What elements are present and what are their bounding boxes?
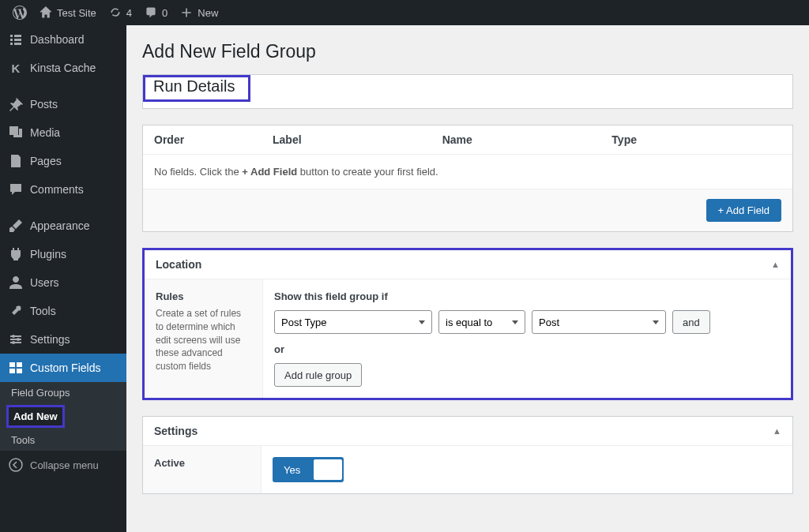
settings-header[interactable]: Settings ▲ <box>143 417 792 446</box>
collapse-icon <box>8 457 24 473</box>
menu-custom-fields[interactable]: Custom Fields <box>0 354 126 382</box>
comment-icon <box>8 182 24 197</box>
comments-count: 0 <box>162 7 167 19</box>
toggle-icon[interactable]: ▲ <box>773 426 781 436</box>
fields-table-footer: + Add Field <box>143 189 792 231</box>
brush-icon <box>8 218 24 234</box>
menu-label: Tools <box>30 305 56 317</box>
title-highlight-box <box>143 75 250 102</box>
collapse-menu[interactable]: Collapse menu <box>0 451 126 479</box>
menu-appearance[interactable]: Appearance <box>0 212 126 240</box>
settings-icon <box>8 332 24 347</box>
rules-label: Rules <box>156 290 251 302</box>
wrench-icon <box>8 303 24 319</box>
menu-settings[interactable]: Settings <box>0 325 126 354</box>
empty-prefix: No fields. Click the <box>154 166 242 178</box>
custom-fields-submenu: Field Groups Add New Tools <box>0 382 126 451</box>
rule-row: Post Type is equal to Post and <box>274 310 780 334</box>
fields-table-empty: No fields. Click the + Add Field button … <box>143 155 792 189</box>
rule-param-select[interactable]: Post Type <box>274 310 432 334</box>
menu-tools[interactable]: Tools <box>0 297 126 325</box>
and-button[interactable]: and <box>672 310 710 334</box>
show-if-label: Show this field group if <box>274 290 780 302</box>
svg-point-0 <box>12 335 15 338</box>
menu-label: Users <box>30 276 59 289</box>
group-title-input[interactable] <box>145 77 248 96</box>
menu-label: Settings <box>30 333 70 346</box>
empty-suffix: button to create your first field. <box>297 166 438 178</box>
menu-media[interactable]: Media <box>0 118 126 147</box>
admin-sidebar: Dashboard K Kinsta Cache Posts Media Pag… <box>0 25 126 532</box>
submenu-add-new[interactable]: Add New <box>6 405 65 428</box>
plus-icon <box>180 6 193 19</box>
site-name-link[interactable]: Test Site <box>33 0 103 25</box>
menu-label: Posts <box>30 98 58 111</box>
collapse-label: Collapse menu <box>30 459 99 471</box>
svg-point-2 <box>12 341 15 344</box>
menu-dashboard[interactable]: Dashboard <box>0 25 126 54</box>
location-label-col: Rules Create a set of rules to determine… <box>145 279 263 398</box>
submenu-field-groups[interactable]: Field Groups <box>0 382 126 403</box>
title-input-row <box>142 74 793 109</box>
page-title: Add New Field Group <box>142 41 793 62</box>
col-type: Type <box>611 133 781 146</box>
menu-label: Media <box>30 126 60 139</box>
kinsta-icon: K <box>8 60 24 76</box>
main-content: Add New Field Group Order Label Name Typ… <box>126 25 809 532</box>
plugin-icon <box>8 246 24 262</box>
custom-fields-icon <box>8 360 24 376</box>
media-icon <box>8 125 24 140</box>
submenu-tools[interactable]: Tools <box>0 429 126 451</box>
or-text: or <box>274 343 780 355</box>
settings-heading: Settings <box>154 425 198 437</box>
col-order: Order <box>154 133 273 146</box>
menu-label: Plugins <box>30 248 66 260</box>
add-field-button[interactable]: + Add Field <box>706 199 781 222</box>
fields-table-header: Order Label Name Type <box>143 126 792 155</box>
menu-comments[interactable]: Comments <box>0 175 126 204</box>
updates-link[interactable]: 4 <box>103 0 138 25</box>
active-toggle[interactable]: Yes <box>273 457 344 482</box>
pin-icon <box>8 96 24 112</box>
location-heading: Location <box>156 258 201 271</box>
location-postbox: Location ▲ Rules Create a set of rules t… <box>142 248 793 400</box>
menu-plugins[interactable]: Plugins <box>0 240 126 268</box>
user-icon <box>8 275 24 290</box>
toggle-value: Yes <box>274 464 310 476</box>
menu-pages[interactable]: Pages <box>0 147 126 175</box>
location-input-col: Show this field group if Post Type is eq… <box>263 279 791 398</box>
location-body: Rules Create a set of rules to determine… <box>145 279 791 398</box>
fields-table: Order Label Name Type No fields. Click t… <box>142 125 793 232</box>
wp-logo[interactable] <box>6 0 33 25</box>
col-label: Label <box>273 133 442 146</box>
menu-label: Custom Fields <box>30 362 100 374</box>
svg-point-3 <box>9 459 22 471</box>
settings-body: Active Yes <box>143 446 792 493</box>
location-header[interactable]: Location ▲ <box>145 250 791 279</box>
rule-value-select[interactable]: Post <box>532 310 666 334</box>
comments-link[interactable]: 0 <box>138 0 174 25</box>
site-name-label: Test Site <box>57 7 96 19</box>
active-label: Active <box>154 457 250 469</box>
menu-label: Appearance <box>30 219 90 232</box>
toggle-handle <box>314 459 342 480</box>
menu-kinsta[interactable]: K Kinsta Cache <box>0 54 126 82</box>
new-content-link[interactable]: New <box>174 0 224 25</box>
svg-point-1 <box>17 338 20 341</box>
dashboard-icon <box>8 32 24 47</box>
settings-label-col: Active <box>143 446 262 493</box>
add-rule-group-button[interactable]: Add rule group <box>274 363 362 387</box>
menu-posts[interactable]: Posts <box>0 90 126 118</box>
new-label: New <box>198 7 218 19</box>
settings-postbox: Settings ▲ Active Yes <box>142 416 793 494</box>
menu-users[interactable]: Users <box>0 268 126 297</box>
admin-bar: Test Site 4 0 New <box>0 0 809 25</box>
menu-label: Pages <box>30 155 62 167</box>
rule-operator-select[interactable]: is equal to <box>438 310 525 334</box>
updates-count: 4 <box>126 7 132 19</box>
comment-icon <box>145 6 157 19</box>
rules-desc: Create a set of rules to determine which… <box>156 307 251 373</box>
toggle-icon[interactable]: ▲ <box>771 260 780 269</box>
menu-label: Comments <box>30 183 84 196</box>
empty-bold: + Add Field <box>242 166 297 178</box>
